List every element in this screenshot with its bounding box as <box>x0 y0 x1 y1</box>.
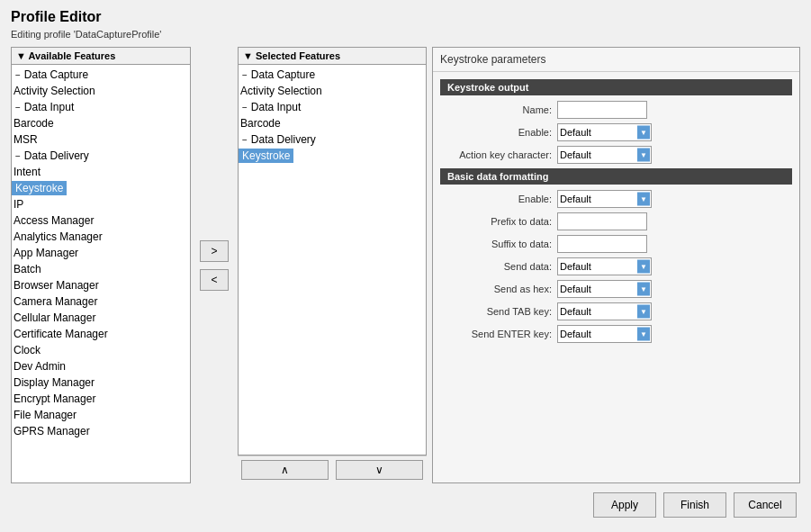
tree-item-camera-manager[interactable]: Camera Manager <box>12 293 190 310</box>
available-features-tree[interactable]: −Data Capture Activity Selection −Data I… <box>12 65 190 441</box>
expand-icon-right: ▼ <box>243 50 253 61</box>
finish-button[interactable]: Finish <box>663 492 726 518</box>
suffix-input[interactable] <box>557 235 647 253</box>
name-label: Name: <box>440 104 557 115</box>
sf-tree-item-data-input[interactable]: −Data Input <box>239 99 426 115</box>
tree-item-encrypt-manager[interactable]: Encrypt Manager <box>12 391 190 407</box>
enable-select-1[interactable]: DefaultTrueFalse <box>557 123 652 141</box>
sf-tree-item-data-delivery[interactable]: −Data Delivery <box>239 131 426 148</box>
tree-item-access-manager[interactable]: Access Manager <box>12 212 190 229</box>
send-enter-select[interactable]: DefaultTrueFalse <box>557 325 652 343</box>
selected-features-tree[interactable]: −Data Capture Activity Selection −Data I… <box>239 65 426 455</box>
prefix-row: Prefix to data: <box>440 212 792 230</box>
sf-tree-item-barcode[interactable]: Barcode <box>239 115 426 131</box>
tree-item-data-input[interactable]: −Data Input <box>12 99 190 115</box>
tree-item-batch[interactable]: Batch <box>12 261 190 277</box>
tree-item-activity-selection[interactable]: Activity Selection <box>12 83 190 99</box>
enable-select-2[interactable]: DefaultTrueFalse <box>557 190 652 208</box>
basic-formatting-header: Basic data formatting <box>440 168 792 185</box>
action-key-select[interactable]: DefaultTabEnter <box>557 146 652 164</box>
name-input[interactable] <box>557 101 647 119</box>
prefix-label: Prefix to data: <box>440 216 557 227</box>
available-features-title: Available Features <box>29 50 116 61</box>
add-button[interactable]: > <box>200 240 229 262</box>
apply-button[interactable]: Apply <box>593 492 656 518</box>
selected-features-panel: ▼ Selected Features −Data Capture Activi… <box>238 47 427 455</box>
available-features-header: ▼ Available Features <box>12 48 190 65</box>
send-data-select[interactable]: DefaultTrueFalse <box>557 257 652 275</box>
send-hex-select[interactable]: DefaultTrueFalse <box>557 280 652 298</box>
sf-tree-item-activity-selection[interactable]: Activity Selection <box>239 83 426 99</box>
sf-tree-item-data-capture[interactable]: −Data Capture <box>239 67 426 83</box>
available-features-panel: ▼ Available Features −Data Capture Activ… <box>11 47 191 483</box>
selected-features-container: ▼ Selected Features −Data Capture Activi… <box>238 47 427 483</box>
send-hex-label: Send as hex: <box>440 284 557 294</box>
keystroke-output-header: Keystroke output <box>440 79 792 95</box>
tree-item-data-capture[interactable]: −Data Capture <box>12 67 190 83</box>
selected-features-title: Selected Features <box>256 50 340 61</box>
enable-row-1: Enable: DefaultTrueFalse <box>440 123 792 141</box>
props-title: Keystroke parameters <box>433 48 799 72</box>
suffix-row: Suffix to data: <box>440 235 792 253</box>
enable-label-1: Enable: <box>440 127 557 138</box>
page-title: Profile Editor <box>11 9 800 25</box>
enable-label-2: Enable: <box>440 194 557 204</box>
tree-item-barcode-left[interactable]: Barcode <box>12 115 190 131</box>
send-tab-label: Send TAB key: <box>440 306 557 317</box>
tree-item-analytics-manager[interactable]: Analytics Manager <box>12 229 190 245</box>
tree-item-clock[interactable]: Clock <box>12 342 190 358</box>
cancel-button[interactable]: Cancel <box>734 492 797 518</box>
send-data-row: Send data: DefaultTrueFalse <box>440 257 792 275</box>
sf-tree-item-keystroke[interactable]: Keystroke <box>239 148 426 164</box>
remove-button[interactable]: < <box>200 269 229 291</box>
name-row: Name: <box>440 101 792 119</box>
send-tab-row: Send TAB key: DefaultTrueFalse <box>440 302 792 320</box>
move-down-button[interactable]: ∨ <box>336 460 423 480</box>
tree-item-certificate-manager[interactable]: Certificate Manager <box>12 326 190 342</box>
tree-item-file-manager[interactable]: File Manager <box>12 407 190 423</box>
tree-item-gprs-manager[interactable]: GPRS Manager <box>12 423 190 439</box>
tree-item-data-delivery-left[interactable]: −Data Delivery <box>12 148 190 164</box>
prefix-input[interactable] <box>557 212 647 230</box>
send-enter-label: Send ENTER key: <box>440 329 557 339</box>
action-key-label: Action key character: <box>440 149 557 160</box>
properties-panel: Keystroke parameters Keystroke output Na… <box>432 47 800 483</box>
footer: Apply Finish Cancel <box>11 483 800 523</box>
tree-item-intent[interactable]: Intent <box>12 164 190 180</box>
selected-features-header: ▼ Selected Features <box>239 48 426 65</box>
transfer-buttons: > < <box>196 47 232 483</box>
suffix-label: Suffix to data: <box>440 239 557 249</box>
tree-item-display-manager[interactable]: Display Manager <box>12 374 190 391</box>
tree-item-msr[interactable]: MSR <box>12 131 190 148</box>
send-hex-row: Send as hex: DefaultTrueFalse <box>440 280 792 298</box>
send-data-label: Send data: <box>440 261 557 272</box>
editing-label: Editing profile 'DataCaptureProfile' <box>11 29 800 40</box>
tree-item-cellular-manager[interactable]: Cellular Manager <box>12 310 190 326</box>
expand-icon-left: ▼ <box>16 50 26 61</box>
send-enter-row: Send ENTER key: DefaultTrueFalse <box>440 325 792 343</box>
props-content: Keystroke output Name: Enable: DefaultTr… <box>433 72 799 482</box>
move-up-button[interactable]: ∧ <box>241 460 329 480</box>
enable-row-2: Enable: DefaultTrueFalse <box>440 190 792 208</box>
action-key-row: Action key character: DefaultTabEnter <box>440 146 792 164</box>
tree-item-app-manager[interactable]: App Manager <box>12 245 190 261</box>
tree-item-browser-manager[interactable]: Browser Manager <box>12 277 190 293</box>
nav-buttons: ∧ ∨ <box>238 455 427 483</box>
tree-item-keystroke-left[interactable]: Keystroke <box>12 180 190 196</box>
tree-item-dev-admin[interactable]: Dev Admin <box>12 358 190 374</box>
send-tab-select[interactable]: DefaultTrueFalse <box>557 302 652 320</box>
tree-item-ip[interactable]: IP <box>12 196 190 212</box>
